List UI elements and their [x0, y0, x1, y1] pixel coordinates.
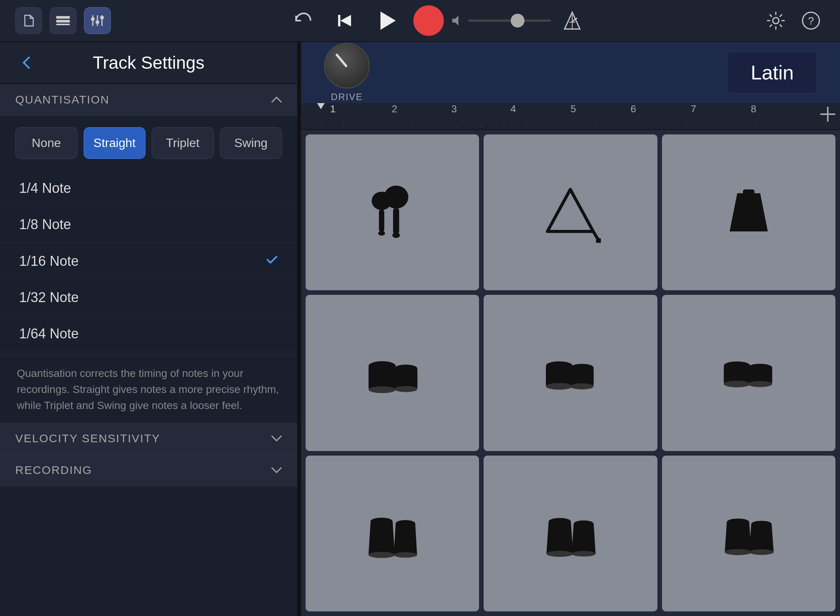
ruler-marker-1: 1 — [330, 103, 335, 115]
svg-point-51 — [369, 552, 395, 558]
sidebar-title: Track Settings — [38, 52, 259, 73]
record-button[interactable] — [413, 5, 444, 36]
velocity-chevron-icon — [271, 432, 282, 445]
svg-rect-31 — [743, 189, 754, 195]
instrument-cell-bongos-small[interactable] — [306, 295, 479, 451]
sidebar-separator — [298, 42, 301, 616]
svg-point-59 — [725, 549, 751, 555]
note-option-64th-label: 1/64 Note — [19, 326, 79, 342]
right-panel: DRIVE Latin 1 2 3 4 5 6 7 8 — [301, 42, 840, 616]
play-button[interactable] — [371, 5, 402, 36]
svg-point-27 — [378, 231, 385, 236]
instrument-cell-cowbell[interactable] — [662, 134, 835, 290]
timeline-ruler: 1 2 3 4 5 6 7 8 — [301, 103, 840, 130]
svg-point-34 — [369, 386, 396, 393]
svg-point-37 — [394, 386, 417, 392]
drive-knob-area: DRIVE — [324, 43, 370, 102]
svg-rect-9 — [338, 15, 340, 26]
svg-point-61 — [749, 549, 774, 555]
svg-rect-26 — [379, 209, 384, 232]
main-content: Track Settings QUANTISATION None Straigh… — [0, 42, 840, 616]
svg-point-8 — [100, 16, 104, 19]
svg-marker-10 — [340, 15, 351, 26]
svg-marker-28 — [547, 189, 593, 231]
recording-chevron-icon — [271, 464, 282, 477]
drive-knob[interactable] — [324, 43, 370, 89]
instrument-name-button[interactable]: Latin — [727, 52, 817, 94]
drive-label: DRIVE — [331, 92, 363, 102]
svg-point-55 — [547, 551, 573, 557]
svg-point-43 — [570, 383, 594, 390]
svg-point-25 — [372, 192, 392, 210]
undo-button[interactable] — [287, 5, 318, 36]
quantisation-chevron-icon — [271, 93, 282, 106]
svg-point-40 — [546, 383, 573, 390]
velocity-sensitivity-section-header[interactable]: VELOCITY SENSITIVITY — [0, 423, 297, 454]
svg-rect-23 — [393, 208, 399, 234]
quant-btn-none[interactable]: None — [15, 127, 78, 159]
note-option-32nd[interactable]: 1/32 Note — [0, 280, 297, 316]
recording-title: RECORDING — [15, 464, 92, 477]
ruler-marker-2: 2 — [392, 103, 397, 115]
instrument-cell-bongos-medium[interactable] — [484, 295, 657, 451]
note-option-sixteenth-label: 1/16 Note — [19, 253, 79, 269]
volume-track[interactable] — [468, 19, 551, 22]
volume-thumb[interactable] — [511, 14, 524, 27]
svg-point-49 — [748, 381, 772, 387]
note-option-quarter[interactable]: 1/4 Note — [0, 170, 297, 207]
svg-point-6 — [91, 17, 95, 21]
sidebar: Track Settings QUANTISATION None Straigh… — [0, 42, 298, 616]
sidebar-header: Track Settings — [0, 42, 297, 84]
settings-button[interactable] — [762, 7, 790, 34]
svg-marker-11 — [380, 11, 396, 30]
doc-button[interactable] — [15, 7, 42, 34]
ruler-marker-3: 3 — [451, 103, 456, 115]
instrument-cell-triangle[interactable] — [484, 134, 657, 290]
note-option-eighth[interactable]: 1/8 Note — [0, 207, 297, 243]
quant-btn-straight[interactable]: Straight — [84, 127, 146, 159]
svg-rect-0 — [56, 16, 70, 19]
instrument-cell-bongos-large[interactable] — [662, 295, 835, 451]
ruler-marker-8: 8 — [751, 103, 756, 115]
svg-point-17 — [773, 18, 779, 24]
note-check-icon — [266, 253, 278, 269]
svg-rect-2 — [56, 24, 70, 25]
layers-button[interactable] — [50, 7, 76, 34]
note-option-eighth-label: 1/8 Note — [19, 217, 71, 233]
instrument-header: DRIVE Latin — [301, 42, 840, 103]
note-option-quarter-label: 1/4 Note — [19, 180, 71, 196]
quant-btn-swing[interactable]: Swing — [220, 127, 282, 159]
instrument-cell-congas-large[interactable] — [662, 456, 835, 611]
instrument-cell-congas-medium[interactable] — [484, 456, 657, 611]
transport-controls — [287, 5, 444, 36]
back-button[interactable] — [15, 51, 38, 74]
volume-slider[interactable] — [452, 15, 551, 26]
velocity-sensitivity-title: VELOCITY SENSITIVITY — [15, 432, 160, 445]
quantisation-buttons: None Straight Triplet Swing — [0, 116, 297, 170]
mixer-button[interactable] — [84, 7, 111, 34]
instrument-name-area: Latin — [370, 52, 817, 94]
note-option-32nd-label: 1/32 Note — [19, 289, 79, 306]
svg-point-24 — [392, 233, 400, 238]
svg-rect-1 — [56, 20, 70, 23]
instrument-cell-congas-small[interactable] — [306, 456, 479, 611]
note-option-64th[interactable]: 1/64 Note — [0, 316, 297, 352]
quant-btn-triplet[interactable]: Triplet — [152, 127, 214, 159]
rewind-button[interactable] — [329, 5, 360, 36]
note-option-sixteenth[interactable]: 1/16 Note — [0, 243, 297, 280]
svg-point-53 — [394, 552, 417, 558]
help-button[interactable]: ? — [797, 7, 825, 34]
svg-text:?: ? — [808, 15, 814, 27]
ruler-marker-6: 6 — [631, 103, 636, 115]
ruler-marker-4: 4 — [510, 103, 516, 115]
recording-section-header[interactable]: RECORDING — [0, 454, 297, 486]
quantisation-description: Quantisation corrects the timing of note… — [0, 356, 297, 423]
add-track-button[interactable] — [819, 106, 836, 126]
svg-point-46 — [724, 381, 750, 387]
metronome-button[interactable] — [558, 7, 586, 34]
instrument-grid — [301, 130, 840, 616]
instrument-cell-maracas[interactable] — [306, 134, 479, 290]
quantisation-title: QUANTISATION — [15, 93, 110, 106]
quantisation-section-header[interactable]: QUANTISATION — [0, 84, 297, 116]
ruler-marker-5: 5 — [571, 103, 576, 115]
